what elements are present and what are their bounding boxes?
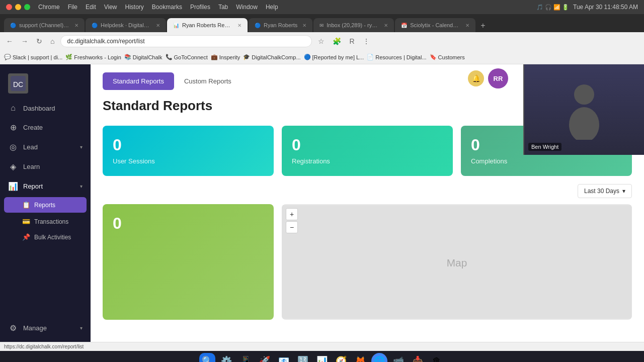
address-bar: ← → ↻ ⌂ ☆ 🧩 R ⋮	[0, 32, 644, 50]
address-input[interactable]	[60, 35, 312, 47]
user-sessions-label: User Sessions	[113, 157, 264, 165]
sidebar-item-lead[interactable]: ◎ Lead ▾	[0, 137, 91, 157]
new-tab-button[interactable]: +	[476, 19, 489, 32]
goto-icon: 📞	[166, 54, 173, 60]
sidebar-item-create[interactable]: ⊕ Create	[0, 118, 91, 137]
close-tab-inbox[interactable]: ✕	[384, 23, 388, 28]
maximize-dot[interactable]	[24, 4, 30, 10]
svg-point-8	[574, 84, 594, 105]
dock-trash[interactable]: 🗑	[429, 353, 445, 362]
menu-help[interactable]: Help	[266, 4, 278, 11]
video-person-name: Ben Wright	[528, 143, 561, 151]
menu-bookmarks[interactable]: Bookmarks	[152, 4, 182, 11]
tab-ryan-reports[interactable]: 📊 Ryan Roberts Reports ✕	[167, 18, 248, 32]
menu-file[interactable]: File	[68, 4, 77, 11]
report-caret: ▾	[80, 184, 83, 189]
dock-calculator[interactable]: 🔢	[295, 353, 311, 362]
svg-text:DC: DC	[13, 80, 23, 88]
dock-chrome[interactable]: 🌐	[371, 353, 387, 362]
menu-button[interactable]: ⋮	[361, 35, 372, 47]
close-tab-helpdesk[interactable]: ✕	[156, 23, 160, 28]
status-bar: https://dc.digitalchalk.com/report/list	[0, 342, 644, 351]
tab-ryan-roberts[interactable]: 🔵 Ryan Roberts ✕	[249, 18, 312, 32]
menu-profiles[interactable]: Profiles	[190, 4, 210, 11]
menu-edit[interactable]: Edit	[86, 4, 96, 11]
slack-icon: 💬	[4, 54, 11, 60]
window-controls[interactable]	[6, 4, 30, 10]
tab-inbox[interactable]: ✉ Inbox (20,289) - ryan... ✕	[313, 18, 394, 32]
dock-safari[interactable]: 🧭	[333, 353, 349, 362]
back-button[interactable]: ←	[4, 35, 15, 47]
bookmark-button[interactable]: ☆	[316, 35, 327, 47]
stat-card-registrations: 0 Registrations	[282, 126, 453, 176]
dock: 🔍 ⚙️ 📱 🚀 📧 🔢 📊 🧭 🦊 🌐 📹 📥 🗑	[0, 351, 644, 362]
close-tab-support[interactable]: ✕	[74, 23, 78, 28]
bookmark-dccomp[interactable]: 🎓 DigitalChalkComp...	[243, 54, 300, 60]
bookmark-reported[interactable]: 🔵 [Reported by me] L...	[304, 54, 364, 60]
bookmark-insperity[interactable]: 💼 Insperity	[211, 54, 240, 60]
notification-icon[interactable]: 🔔	[468, 70, 484, 86]
app-logo: DC	[8, 73, 28, 94]
menu-view[interactable]: View	[104, 4, 117, 11]
svg-point-9	[569, 107, 599, 140]
sidebar-item-learn[interactable]: ◈ Learn	[0, 157, 91, 176]
home-button[interactable]: ⌂	[48, 35, 56, 47]
minimize-dot[interactable]	[15, 4, 21, 10]
sidebar-item-dashboard[interactable]: ⌂ Dashboard	[0, 99, 91, 118]
bookmark-slack[interactable]: 💬 Slack | support | di...	[4, 54, 62, 60]
chrome-os-bar: Chrome File Edit View History Bookmarks …	[0, 0, 644, 14]
completions-label: Completions	[471, 157, 622, 165]
dock-firefox[interactable]: 🦊	[352, 353, 368, 362]
close-tab-sciolytix[interactable]: ✕	[465, 23, 469, 28]
lead-caret: ▾	[80, 144, 83, 150]
report-icon: 📊	[8, 182, 18, 191]
registrations-value: 0	[292, 136, 443, 154]
menu-window[interactable]: Window	[236, 4, 258, 11]
sidebar-logo-area: DC	[0, 68, 91, 99]
dock-system-prefs[interactable]: ⚙️	[218, 353, 234, 362]
dock-launchpad[interactable]: 🚀	[257, 353, 273, 362]
tab-standard-reports[interactable]: Standard Reports	[103, 72, 174, 90]
menu-chrome[interactable]: Chrome	[38, 4, 60, 11]
bookmark-freshworks[interactable]: 🌿 Freshworks - Login	[65, 54, 121, 60]
close-tab-ryan-roberts[interactable]: ✕	[302, 23, 306, 28]
tab-custom-reports[interactable]: Custom Reports	[174, 72, 242, 90]
dock-finder[interactable]: 🔍	[199, 353, 215, 362]
bookmark-customers[interactable]: 🔖 Customers	[430, 54, 465, 60]
tab-helpdesk[interactable]: 🔵 Helpdesk · DigitalChalk ✕	[86, 18, 166, 32]
reload-button[interactable]: ↻	[34, 35, 44, 47]
dock-mail[interactable]: 📧	[276, 353, 292, 362]
close-dot[interactable]	[6, 4, 12, 10]
sidebar-item-report[interactable]: 📊 Report ▾	[0, 176, 91, 196]
lead-icon: ◎	[8, 142, 18, 152]
extensions-button[interactable]: 🧩	[331, 35, 343, 47]
profile-button[interactable]: R	[347, 35, 356, 47]
close-tab-ryan-reports[interactable]: ✕	[237, 23, 242, 28]
sidebar-sub-item-transactions[interactable]: 💳 Transactions	[0, 214, 91, 229]
dock-downloads[interactable]: 📥	[410, 353, 426, 362]
dock-numbers[interactable]: 📊	[314, 353, 330, 362]
profile-avatar[interactable]: RR	[488, 68, 508, 88]
profile-area: 🔔 RR	[468, 68, 508, 88]
person-silhouette	[564, 79, 604, 140]
sidebar-item-manage[interactable]: ⚙ Manage ▾	[0, 318, 91, 338]
tab-support[interactable]: 🔵 support (Channel) - di... ✕	[4, 18, 85, 32]
tab-sciolytix[interactable]: 📅 Sciolytix - Calendar - A... ✕	[395, 18, 475, 32]
forward-button[interactable]: →	[19, 35, 30, 47]
bookmark-bar: 💬 Slack | support | di... 🌿 Freshworks -…	[0, 50, 644, 64]
map-area: + − Map	[282, 204, 632, 320]
dock-app-store[interactable]: 📱	[237, 353, 254, 362]
sidebar-sub-item-bulk[interactable]: 📌 Bulk Activities	[0, 229, 91, 245]
menu-tab[interactable]: Tab	[218, 4, 228, 11]
bottom-section: 0 + − Map	[103, 204, 632, 320]
sidebar-sub-item-reports[interactable]: 📋 Reports	[4, 197, 87, 213]
bookmark-digitalchalk[interactable]: 📚 DigitalChalk	[124, 54, 163, 60]
manage-caret: ▾	[80, 325, 83, 331]
date-filter-button[interactable]: Last 30 Days ▾	[578, 184, 632, 198]
dock-zoom[interactable]: 📹	[390, 353, 407, 362]
bookmark-resources[interactable]: 📄 Resources | Digital...	[367, 54, 426, 60]
map-zoom-in[interactable]: +	[286, 208, 298, 220]
map-zoom-out[interactable]: −	[286, 221, 298, 233]
bookmark-gotoconnect[interactable]: 📞 GoToConnect	[166, 54, 208, 60]
menu-history[interactable]: History	[125, 4, 144, 11]
